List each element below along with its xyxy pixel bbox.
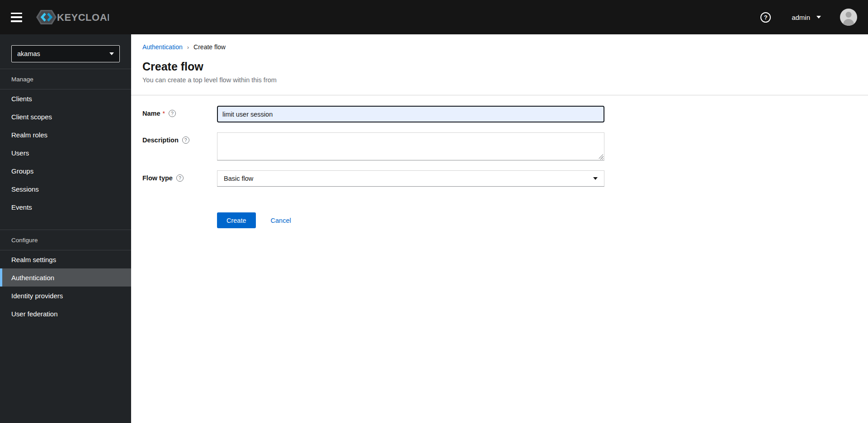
masthead: KEYCLOAK ? admin (0, 0, 868, 34)
brand-text: KEYCLOAK (57, 12, 109, 23)
avatar[interactable] (840, 9, 857, 26)
required-asterisk: * (163, 110, 165, 117)
create-flow-form: Name * ? Description ? Flow type ? Basic… (142, 106, 857, 228)
keycloak-logo-icon: KEYCLOAK (36, 8, 109, 26)
name-field-cell (217, 106, 604, 122)
chevron-down-icon (816, 16, 821, 19)
sidebar-item-users[interactable]: Users (0, 144, 131, 162)
sidebar-item-sessions[interactable]: Sessions (0, 180, 131, 198)
user-menu-label: admin (792, 14, 810, 21)
create-button[interactable]: Create (217, 212, 256, 228)
hamburger-icon[interactable] (11, 13, 22, 22)
sidebar-item-realm-settings[interactable]: Realm settings (0, 250, 131, 268)
sidebar-item-clients[interactable]: Clients (0, 89, 131, 108)
description-textarea[interactable] (217, 132, 604, 160)
main-content: Authentication › Create flow Create flow… (131, 34, 868, 423)
sidebar-item-user-federation[interactable]: User federation (0, 305, 131, 323)
nav-section-title-configure: Configure (0, 230, 131, 250)
description-field-cell (217, 132, 604, 160)
masthead-right: ? admin (760, 9, 857, 26)
flow-type-selected-value: Basic flow (224, 175, 253, 182)
avatar-head-icon (846, 12, 852, 18)
sidebar-item-authentication[interactable]: Authentication (0, 268, 131, 287)
name-help-icon[interactable]: ? (169, 110, 176, 117)
header-divider (131, 95, 868, 95)
page-subtitle: You can create a top level flow within t… (142, 76, 857, 84)
name-field-label: Name * ? (142, 106, 217, 117)
sidebar: akamas Manage Clients Client scopes Real… (0, 34, 131, 423)
breadcrumb-current: Create flow (193, 43, 226, 51)
keycloak-logo: KEYCLOAK (36, 8, 109, 26)
help-icon[interactable]: ? (760, 12, 771, 23)
flow-type-select[interactable]: Basic flow (217, 170, 604, 187)
realm-selector-label: akamas (17, 50, 40, 57)
sidebar-item-events[interactable]: Events (0, 198, 131, 216)
cancel-button[interactable]: Cancel (271, 217, 291, 224)
realm-selector[interactable]: akamas (11, 45, 120, 62)
breadcrumb-link-authentication[interactable]: Authentication (142, 43, 183, 51)
chevron-down-icon (593, 177, 598, 180)
avatar-torso-icon (843, 19, 854, 26)
breadcrumb: Authentication › Create flow (142, 43, 857, 51)
sidebar-item-realm-roles[interactable]: Realm roles (0, 126, 131, 144)
name-input[interactable] (217, 106, 604, 122)
nav-section-manage: Manage Clients Client scopes Realm roles… (0, 69, 131, 216)
chevron-down-icon (109, 52, 114, 55)
page-title: Create flow (142, 60, 857, 73)
description-label-text: Description (142, 136, 179, 144)
breadcrumb-separator: › (187, 44, 189, 51)
nav-section-title-manage: Manage (0, 69, 131, 89)
nav-section-configure: Configure Realm settings Authentication … (0, 230, 131, 323)
flow-type-help-icon[interactable]: ? (176, 174, 184, 182)
sidebar-item-client-scopes[interactable]: Client scopes (0, 108, 131, 126)
name-label-text: Name (142, 110, 160, 117)
description-field-label: Description ? (142, 132, 217, 144)
sidebar-item-identity-providers[interactable]: Identity providers (0, 287, 131, 305)
user-menu[interactable]: admin (792, 14, 821, 21)
description-help-icon[interactable]: ? (182, 136, 189, 144)
form-actions: Create Cancel (217, 212, 604, 228)
flow-type-field-label: Flow type ? (142, 170, 217, 182)
sidebar-item-groups[interactable]: Groups (0, 162, 131, 180)
flow-type-label-text: Flow type (142, 174, 173, 182)
